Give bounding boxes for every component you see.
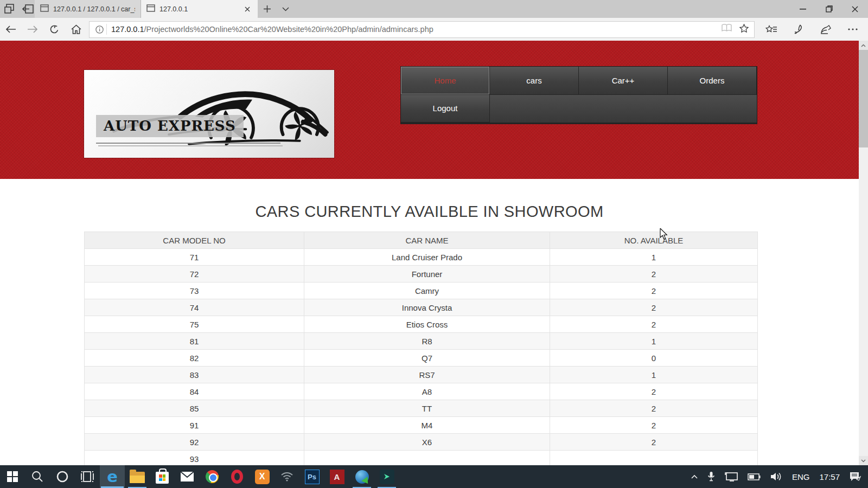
- web-note-pen-icon[interactable]: [787, 18, 810, 41]
- taskbar-xampp-icon[interactable]: X: [250, 465, 275, 488]
- cell-car-model-no: 91: [85, 417, 304, 434]
- taskbar-adobe-icon[interactable]: A: [324, 465, 349, 488]
- cell-no-available: 1: [550, 367, 758, 383]
- table-row: 85TT2: [85, 400, 758, 417]
- table-row: 83RS71: [85, 367, 758, 383]
- home-icon[interactable]: [65, 18, 87, 41]
- tray-chevron-up-icon[interactable]: [687, 465, 701, 488]
- cell-no-available: 2: [550, 417, 758, 434]
- search-icon[interactable]: [25, 465, 50, 488]
- table-row: 72Fortuner2: [85, 266, 758, 282]
- tabs-set-aside-icon[interactable]: [22, 4, 34, 14]
- cell-no-available: 2: [550, 400, 758, 417]
- cell-car-name: X6: [304, 434, 550, 451]
- window-restore-button[interactable]: [816, 0, 842, 18]
- windows-taskbar: e X Ps A: [0, 465, 868, 488]
- cars-table-body: 71Land Cruiser Prado172Fortuner273Camry2…: [85, 249, 758, 466]
- url-path: /Projectworlds%20Online%20Car%20Website%…: [144, 25, 433, 34]
- cell-no-available: 2: [550, 266, 758, 282]
- cell-no-available: 2: [550, 282, 758, 299]
- tab-title: 127.0.0.1: [159, 5, 238, 13]
- browser-toolbar: 127.0.0.1/Projectworlds%20Online%20Car%2…: [0, 18, 868, 41]
- nav-item-cars[interactable]: cars: [490, 67, 579, 95]
- cell-car-name: TT: [304, 400, 550, 417]
- cell-car-name: Fortuner: [304, 266, 550, 282]
- site-info-icon[interactable]: [93, 24, 107, 35]
- address-bar[interactable]: 127.0.0.1/Projectworlds%20Online%20Car%2…: [89, 21, 755, 38]
- nav-item-home[interactable]: Home: [401, 67, 490, 95]
- nav-item-orders[interactable]: Orders: [668, 67, 757, 95]
- taskbar-store-icon[interactable]: [150, 465, 175, 488]
- cell-car-model-no: 92: [85, 434, 304, 451]
- cell-car-model-no: 72: [85, 266, 304, 282]
- tray-battery-icon[interactable]: [744, 465, 764, 488]
- back-icon[interactable]: [0, 18, 22, 41]
- taskbar-chrome-icon[interactable]: [200, 465, 225, 488]
- logo-text: AUTO EXPRESS: [96, 115, 244, 137]
- taskbar-green-arrow-app-icon[interactable]: [374, 465, 399, 488]
- share-icon[interactable]: [814, 18, 837, 41]
- window-minimize-button[interactable]: [790, 0, 816, 18]
- tray-language-label[interactable]: ENG: [788, 465, 814, 488]
- taskbar-wifi-app-icon[interactable]: [275, 465, 299, 488]
- nav-item-logout[interactable]: Logout: [401, 95, 490, 123]
- start-button-icon[interactable]: [0, 465, 25, 488]
- scrollbar-down-icon[interactable]: [859, 456, 868, 465]
- tray-speaker-icon[interactable]: [767, 465, 786, 488]
- logo-underline: [98, 145, 283, 146]
- forward-icon[interactable]: [22, 18, 43, 41]
- task-view-icon[interactable]: [75, 465, 100, 488]
- logo-underline: [96, 143, 280, 144]
- set-tabs-aside-icon[interactable]: [4, 4, 15, 14]
- cell-car-name: M4: [304, 417, 550, 434]
- taskbar-mail-icon[interactable]: [175, 465, 200, 488]
- page-content: CARS CURRENTLY AVAILBLE IN SHOWROOM CAR …: [0, 203, 859, 465]
- tray-clock[interactable]: 17:57: [815, 465, 844, 488]
- nav-item-car-add[interactable]: Car++: [579, 67, 668, 95]
- site-header: AUTO EXPRESS Home cars Car++ Orders Logo…: [0, 41, 859, 179]
- cell-car-name: RS7: [304, 367, 550, 383]
- cell-no-available: 2: [550, 434, 758, 451]
- tab-preview-chevron-icon[interactable]: [276, 0, 295, 18]
- page-scrollbar[interactable]: [859, 41, 868, 465]
- page-title: CARS CURRENTLY AVAILBLE IN SHOWROOM: [0, 203, 859, 221]
- cell-car-name: Land Cruiser Prado: [304, 249, 550, 266]
- taskbar-opera-icon[interactable]: [225, 465, 250, 488]
- taskbar-idm-icon[interactable]: [349, 465, 374, 488]
- table-row: 73Camry2: [85, 282, 758, 299]
- cell-car-name: Innova Crysta: [304, 299, 550, 316]
- cell-car-model-no: 73: [85, 282, 304, 299]
- page-favicon-icon: [146, 4, 155, 14]
- more-options-icon[interactable]: [841, 18, 864, 41]
- reading-view-icon[interactable]: [722, 24, 732, 35]
- cortana-icon[interactable]: [50, 465, 75, 488]
- taskbar-edge-icon[interactable]: e: [100, 465, 125, 488]
- cell-car-model-no: 71: [85, 249, 304, 266]
- cell-car-name: Camry: [304, 282, 550, 299]
- cell-car-model-no: 82: [85, 350, 304, 367]
- cell-car-model-no: 75: [85, 316, 304, 333]
- page-favicon-icon: [40, 4, 49, 14]
- cell-car-model-no: 84: [85, 383, 304, 400]
- favorite-star-icon[interactable]: [739, 24, 749, 35]
- scrollbar-thumb[interactable]: [859, 50, 868, 147]
- cell-no-available: 1: [550, 249, 758, 266]
- tray-microphone-icon[interactable]: [704, 465, 719, 488]
- url-domain: 127.0.0.1: [111, 25, 144, 34]
- taskbar-photoshop-icon[interactable]: Ps: [299, 465, 324, 488]
- hub-favorites-icon[interactable]: [760, 18, 783, 41]
- new-tab-button[interactable]: [258, 0, 276, 18]
- refresh-icon[interactable]: [43, 18, 65, 41]
- tray-network-display-icon[interactable]: [721, 465, 742, 488]
- header-car-name: CAR NAME: [304, 232, 550, 249]
- taskbar-file-explorer-icon[interactable]: [125, 465, 150, 488]
- tab-close-icon[interactable]: [242, 4, 252, 14]
- cell-car-model-no: 81: [85, 333, 304, 350]
- scrollbar-up-icon[interactable]: [859, 41, 868, 50]
- browser-tabbar: 127.0.0.1 / 127.0.0.1 / car_sh 127.0.0.1: [0, 0, 868, 18]
- action-center-icon[interactable]: [846, 465, 865, 488]
- browser-tab-background[interactable]: 127.0.0.1 / 127.0.0.1 / car_sh: [35, 0, 141, 18]
- window-close-button[interactable]: [842, 0, 868, 18]
- browser-tab-active[interactable]: 127.0.0.1: [141, 0, 258, 18]
- header-car-model-no: CAR MODEL NO: [85, 232, 304, 249]
